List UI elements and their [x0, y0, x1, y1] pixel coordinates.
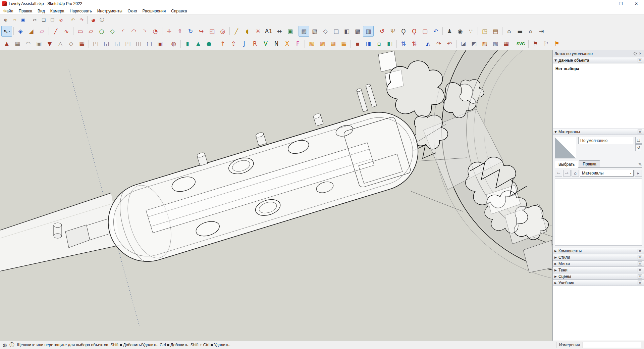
tab-edit[interactable]: Правка — [579, 160, 600, 167]
menu-view[interactable]: Вид — [35, 8, 48, 14]
unwrap-tool[interactable]: ▦ — [501, 39, 512, 49]
axes-tool[interactable]: ✳ — [253, 26, 263, 37]
pin-icon[interactable] — [633, 51, 637, 56]
xray-mode[interactable]: ▨ — [299, 26, 309, 37]
freehand-tool[interactable]: ∿ — [61, 26, 72, 37]
select-tool[interactable]: ↖▾ — [1, 26, 12, 37]
close-icon[interactable]: ✕ — [638, 58, 642, 62]
section-scenes[interactable]: ▶Сцены✕ — [553, 273, 644, 280]
sandbox-from-contours[interactable]: ▲ — [1, 39, 12, 49]
jpp-extrude[interactable]: X — [282, 39, 292, 49]
text-tool[interactable]: A1 — [263, 26, 274, 37]
jpp-vector[interactable]: V — [260, 39, 271, 49]
materials-header[interactable]: ▼ Материалы ✕ — [553, 129, 644, 135]
minimize-button[interactable]: — — [598, 0, 613, 7]
back-button[interactable]: ⇦ — [555, 170, 562, 177]
forward-button[interactable]: ⇨ — [563, 170, 571, 177]
rotate-cw-plugin[interactable]: ↷ — [433, 39, 444, 49]
close-icon[interactable]: ✕ — [638, 130, 642, 134]
jpp-joint[interactable]: J — [239, 39, 250, 49]
close-icon[interactable]: ✕ — [638, 255, 642, 259]
close-icon[interactable]: ✕ — [638, 249, 642, 253]
maximize-button[interactable]: ❐ — [613, 0, 629, 7]
sandbox-smoove[interactable]: ◠ — [23, 39, 34, 49]
new-file[interactable]: ⊕ — [1, 15, 10, 24]
dimension-tool[interactable]: ↔ — [274, 26, 285, 37]
menu-camera[interactable]: Камера — [48, 8, 67, 14]
flag-tool-2[interactable]: ⚐ — [541, 39, 551, 49]
sandbox-stamp[interactable]: ▣ — [34, 39, 44, 49]
corner-sharp[interactable]: ▨ — [317, 39, 328, 49]
rectangle-tool[interactable]: ▭ — [75, 26, 86, 37]
wireframe-mode[interactable]: ◇ — [320, 26, 331, 37]
geolocation-icon[interactable]: ◍ — [3, 342, 7, 348]
zoom-window-tool[interactable]: Ϙ — [409, 26, 420, 37]
section-tags[interactable]: ▶Метки✕ — [553, 260, 644, 267]
hidden-line-mode[interactable]: □ — [331, 26, 341, 37]
print[interactable]: ◕ — [89, 15, 98, 24]
create-material-button[interactable]: ❏ — [635, 137, 642, 144]
entity-info-header[interactable]: ▼ Данные объекта ✕ — [553, 57, 644, 63]
pie-tool[interactable]: ◔ — [150, 26, 161, 37]
three-point-arc-tool[interactable]: ◝ — [139, 26, 150, 37]
materials-list[interactable] — [555, 179, 642, 246]
jpp-equal[interactable]: ↑ — [217, 39, 228, 49]
secondary-pane-button[interactable]: ▸ — [635, 170, 642, 177]
position-camera-tool[interactable]: ♟ — [444, 26, 455, 37]
viewport-canvas[interactable] — [0, 50, 552, 341]
add-location-globe[interactable]: ◍ — [168, 39, 179, 49]
back-edges-mode[interactable]: ▧ — [309, 26, 320, 37]
open-file[interactable]: ▱ — [10, 15, 19, 24]
erase-delete[interactable]: ⊘ — [57, 15, 65, 24]
corner-round[interactable]: ▧ — [306, 39, 317, 49]
loop-select-1[interactable]: ◪ — [458, 39, 469, 49]
3d-warehouse[interactable]: ◳ — [479, 26, 490, 37]
info-icon[interactable]: ⓘ — [9, 342, 14, 348]
set-default-button[interactable]: ↺ — [635, 144, 642, 151]
section-components[interactable]: ▶Компоненты✕ — [553, 248, 644, 254]
menu-help[interactable]: Справка — [168, 8, 190, 14]
menu-extensions[interactable]: Расширения — [140, 8, 168, 14]
make-component[interactable]: ◈ — [15, 26, 26, 37]
sandbox-drape[interactable]: ▼ — [44, 39, 55, 49]
rotated-rectangle-tool[interactable]: ▱ — [86, 26, 96, 37]
solid-union[interactable]: ◳ — [90, 39, 101, 49]
rotate-tool[interactable]: ↻ — [185, 26, 196, 37]
solid-trim[interactable]: ◱ — [112, 39, 122, 49]
offset-tool[interactable]: ◎ — [217, 26, 228, 37]
polygon-tool[interactable]: ◇ — [107, 26, 118, 37]
align-up-down[interactable]: ⇅ — [398, 39, 409, 49]
export-model[interactable]: ⇥ — [536, 26, 547, 37]
measurements-input[interactable] — [583, 342, 641, 348]
align-sort[interactable]: ⇅ — [409, 39, 420, 49]
shape-sphere[interactable]: ● — [204, 39, 214, 49]
sandbox-add-detail[interactable]: △ — [55, 39, 66, 49]
plugin-box-teal[interactable]: ◧ — [384, 39, 395, 49]
jpp-normal[interactable]: N — [271, 39, 282, 49]
menu-file[interactable]: Файл — [1, 8, 16, 14]
menu-window[interactable]: Окно — [125, 8, 140, 14]
move-tool[interactable]: ✛ — [164, 26, 174, 37]
sample-paint-icon[interactable]: ✎ — [638, 162, 642, 167]
solid-split[interactable]: ◫ — [133, 39, 144, 49]
shaded-mode[interactable]: ◧ — [341, 26, 352, 37]
circle-tool[interactable]: ○ — [96, 26, 107, 37]
close-icon[interactable]: ✕ — [638, 281, 642, 285]
close-button[interactable]: ✕ — [629, 0, 644, 7]
shape-box[interactable]: ▮ — [182, 39, 193, 49]
section-styles[interactable]: ▶Стили✕ — [553, 254, 644, 260]
tray-close-icon[interactable]: ✕ — [638, 52, 642, 55]
solid-intersect[interactable]: ◰ — [122, 39, 133, 49]
plugin-box-red[interactable]: ▪ — [352, 39, 363, 49]
flag-tool-1[interactable]: ⚑ — [530, 39, 541, 49]
tab-select[interactable]: Выбрать — [555, 161, 578, 168]
undo[interactable]: ↶ — [68, 15, 77, 24]
jpp-up[interactable]: ⇧ — [228, 39, 239, 49]
section-shadows[interactable]: ▶Тени✕ — [553, 267, 644, 273]
scale-tool[interactable]: ◰ — [207, 26, 217, 37]
section-instructor[interactable]: ▶Учебник✕ — [553, 280, 644, 286]
close-icon[interactable]: ✕ — [638, 268, 642, 272]
previous-view[interactable]: ↶ — [430, 26, 441, 37]
protractor-tool[interactable]: ◖ — [242, 26, 253, 37]
plugin-box-blue[interactable]: ◨ — [363, 39, 374, 49]
